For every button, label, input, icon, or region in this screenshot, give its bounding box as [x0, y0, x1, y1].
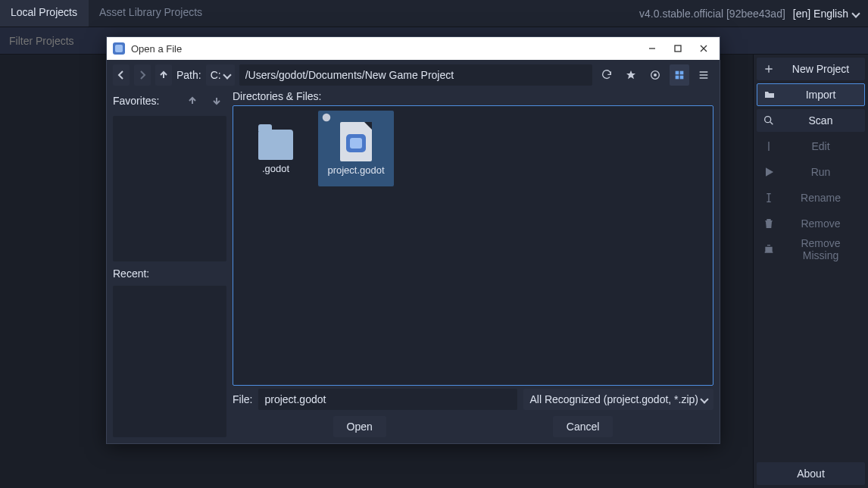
favorites-list[interactable] [113, 116, 226, 261]
svg-rect-7 [680, 76, 684, 80]
favorite-button[interactable] [621, 64, 641, 86]
svg-point-8 [323, 114, 331, 122]
file-browser-area[interactable]: .godot project.godot [233, 105, 713, 386]
scan-button[interactable]: Scan [757, 109, 865, 132]
rename-label: Rename [782, 192, 859, 204]
path-label: Path: [176, 69, 201, 81]
edit-button[interactable]: Edit [757, 135, 865, 158]
open-file-dialog: Open a File Path: C: Favorites: [106, 36, 720, 444]
grid-view-button[interactable] [670, 64, 689, 86]
nav-back-button[interactable] [113, 64, 130, 86]
chevron-down-icon [223, 70, 231, 79]
file-tile-project[interactable]: project.godot [318, 111, 394, 186]
tab-asset-library-projects[interactable]: Asset Library Projects [89, 0, 214, 27]
file-label: File: [233, 393, 252, 405]
tab-local-projects[interactable]: Local Projects [0, 0, 89, 27]
cancel-button[interactable]: Cancel [553, 416, 614, 437]
new-project-button[interactable]: New Project [757, 58, 865, 80]
file-name: project.godot [327, 164, 384, 176]
show-hidden-button[interactable] [645, 64, 665, 86]
godot-badge-icon [321, 112, 332, 123]
svg-rect-4 [676, 71, 679, 75]
chevron-down-icon [700, 395, 708, 403]
import-label: Import [783, 89, 858, 101]
close-button[interactable] [694, 40, 713, 57]
svg-rect-6 [676, 76, 679, 80]
scan-label: Scan [782, 114, 859, 127]
maximize-button[interactable] [668, 40, 688, 57]
recent-list[interactable] [113, 286, 226, 437]
file-name-input[interactable] [258, 389, 517, 410]
play-icon [763, 166, 775, 178]
run-button[interactable]: Run [757, 161, 865, 183]
minimize-button[interactable] [642, 40, 662, 57]
drive-selector[interactable]: C: [206, 64, 235, 86]
rename-button[interactable]: Rename [757, 186, 865, 209]
favorite-move-up-button[interactable] [183, 90, 202, 111]
file-tile-folder[interactable]: .godot [238, 111, 314, 186]
folder-icon [258, 130, 293, 160]
remove-button[interactable]: Remove [757, 212, 865, 235]
project-file-icon [340, 122, 372, 161]
search-icon [763, 114, 775, 127]
path-input[interactable] [239, 64, 592, 86]
about-button[interactable]: About [757, 462, 865, 485]
svg-rect-1 [675, 45, 681, 52]
dialog-right-panel: Directories & Files: .godot project.godo… [233, 90, 713, 437]
recent-label: Recent: [113, 266, 226, 281]
list-view-button[interactable] [694, 64, 713, 86]
project-sidebar: New Project Import Scan Edit Run Rename … [753, 55, 868, 488]
nav-forward-button[interactable] [134, 64, 151, 86]
edit-icon [763, 140, 775, 152]
favorites-label: Favorites: [113, 95, 159, 107]
language-value: [en] English [793, 8, 848, 20]
new-project-label: New Project [782, 63, 859, 75]
svg-point-0 [765, 117, 771, 123]
chevron-down-icon [851, 9, 860, 17]
dialog-title: Open a File [131, 43, 636, 55]
file-filter-selector[interactable]: All Recognized (project.godot, *.zip) [523, 389, 713, 410]
cleanup-icon [763, 243, 775, 255]
svg-point-2 [654, 74, 657, 77]
directories-files-label: Directories & Files: [233, 90, 713, 102]
file-row: File: All Recognized (project.godot, *.z… [233, 389, 713, 410]
edit-label: Edit [782, 140, 859, 152]
dialog-titlebar[interactable]: Open a File [107, 37, 720, 60]
path-row: Path: C: [113, 64, 713, 86]
run-label: Run [782, 166, 859, 178]
drive-value: C: [211, 69, 221, 81]
rename-icon [763, 192, 775, 204]
file-name: .godot [262, 163, 289, 174]
folder-icon [763, 89, 776, 101]
language-selector[interactable]: [en] English [793, 8, 859, 20]
version-label: v4.0.stable.official [92bee43ad] [639, 8, 785, 20]
nav-up-button[interactable] [155, 64, 172, 86]
dialog-left-panel: Favorites: Recent: [113, 90, 226, 437]
import-button[interactable]: Import [757, 83, 865, 106]
file-filter-value: All Recognized (project.godot, *.zip) [529, 393, 698, 405]
refresh-button[interactable] [597, 64, 617, 86]
svg-rect-5 [680, 71, 684, 75]
remove-label: Remove [782, 217, 859, 230]
remove-missing-label: Remove Missing [782, 237, 859, 261]
trash-icon [763, 217, 775, 230]
favorite-move-down-button[interactable] [207, 90, 226, 111]
top-tab-bar: Local Projects Asset Library Projects v4… [0, 0, 868, 27]
remove-missing-button[interactable]: Remove Missing [757, 238, 865, 261]
godot-icon [113, 42, 125, 55]
plus-icon [763, 63, 775, 75]
open-button[interactable]: Open [333, 416, 386, 437]
